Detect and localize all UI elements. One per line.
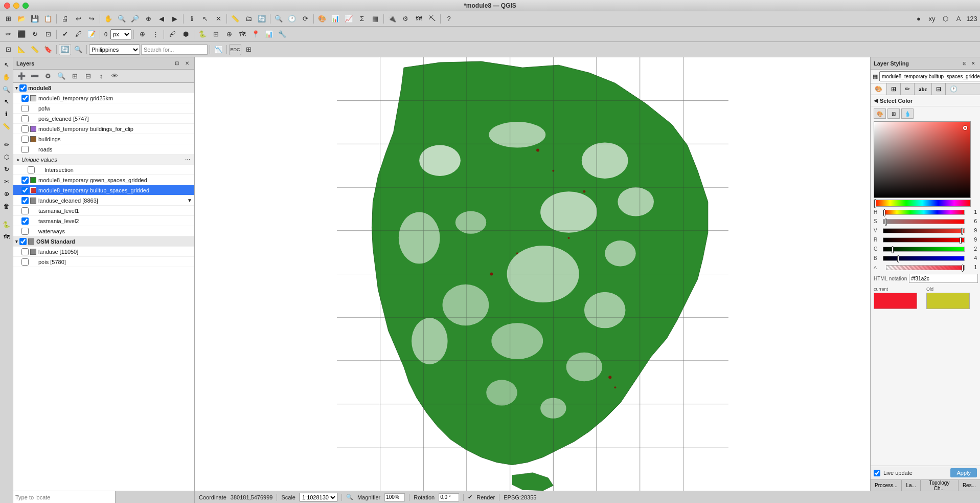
snap-btn[interactable]: ⊕ [136, 29, 148, 40]
layer-buildings[interactable]: buildings [13, 134, 194, 144]
layer-vis-toggle-btn[interactable]: 👁 [108, 71, 121, 81]
style-tab-pen-btn[interactable]: ✏ [901, 83, 915, 95]
layer-checkbox-module8[interactable] [19, 84, 27, 92]
layer-roads[interactable]: roads [13, 144, 194, 155]
snapping-btn[interactable]: ⋮ [149, 29, 162, 40]
live-update-checkbox[interactable] [874, 470, 880, 476]
close-button[interactable] [4, 3, 10, 9]
plugin7-btn[interactable]: ⊕ [223, 29, 235, 40]
open-btn[interactable]: 📂 [15, 13, 28, 25]
plugin5-btn[interactable]: 🐍 [196, 29, 209, 40]
cursor-btn[interactable]: ↖ [1, 59, 12, 71]
identify-btn[interactable]: ℹ [1, 108, 12, 120]
digitize2-btn[interactable]: 🖋 [166, 29, 178, 40]
undo-btn[interactable]: ↩ [72, 13, 84, 25]
field-calc-btn[interactable]: ▦ [369, 13, 381, 25]
measure-btn[interactable]: 📏 [229, 13, 241, 25]
plugin9-btn[interactable]: 📍 [249, 29, 262, 40]
annotate-btn[interactable]: 📝 [85, 29, 98, 40]
plugin3-btn[interactable]: 🗺 [413, 13, 425, 25]
help-btn[interactable]: ? [443, 13, 455, 25]
color-spectrum[interactable] [874, 121, 971, 198]
map-container[interactable] [195, 57, 870, 491]
layer-checkbox-buildings[interactable] [21, 136, 29, 143]
edit2-btn[interactable]: ✏ [1, 139, 12, 150]
html-notation-input[interactable] [909, 274, 978, 283]
table-btn[interactable]: 📊 [329, 13, 341, 25]
deselect-btn[interactable]: ✕ [212, 13, 224, 25]
node-btn[interactable]: ⬡ [939, 13, 951, 25]
layer-checkbox-builtup-spaces[interactable] [21, 187, 29, 194]
info-btn[interactable]: ℹ [186, 13, 198, 25]
select2-btn[interactable]: ↖ [1, 96, 12, 107]
slider-r[interactable] [883, 237, 965, 243]
layer-landuse[interactable]: landuse [11050] [13, 247, 194, 257]
scale-select[interactable]: 1:1028130 [300, 493, 337, 502]
plugin12-btn[interactable]: ⊞ [242, 44, 255, 55]
layer-checkbox-pois5780[interactable] [21, 258, 29, 266]
layer-checkbox-landuse[interactable] [21, 248, 29, 255]
vertex-btn[interactable]: ⬢ [179, 29, 192, 40]
collapse-all-btn[interactable]: ⊟ [82, 71, 94, 81]
layer-pois5780[interactable]: pois [5780] [13, 257, 194, 267]
layer-vis-btn[interactable]: 🔄 [59, 44, 71, 55]
layer-waterways[interactable]: waterways [13, 226, 194, 236]
redo-btn[interactable]: ↪ [85, 13, 98, 25]
measure3-btn[interactable]: 📏 [1, 121, 12, 132]
coord-btn[interactable]: xy [926, 13, 938, 25]
time-btn[interactable]: 🕐 [286, 13, 298, 25]
refresh-btn[interactable]: 🔄 [256, 13, 268, 25]
magnify-btn[interactable]: 🔍 [272, 13, 285, 25]
layer-checkbox-buildings-for-clip[interactable] [21, 125, 29, 133]
zoom-out-btn[interactable]: 🔎 [129, 13, 141, 25]
layer-checkbox-grid25km[interactable] [21, 95, 29, 102]
layer-checkbox-landuse-cleaned[interactable] [21, 197, 29, 204]
plugin11-btn[interactable]: 🔧 [276, 29, 288, 40]
region-select[interactable]: Philippines [89, 45, 140, 55]
style-tab-abc-btn[interactable]: abc [915, 83, 932, 95]
slider-s[interactable] [883, 219, 965, 224]
python-btn[interactable]: 🐍 [1, 219, 12, 230]
layers-close-btn[interactable]: ✕ [183, 59, 191, 68]
plugin1-btn[interactable]: 🔌 [386, 13, 398, 25]
save-btn[interactable]: 💾 [29, 13, 41, 25]
hue-bar[interactable] [874, 200, 971, 207]
scale-btn[interactable]: ⊡ [42, 29, 54, 40]
zoom-extent-btn[interactable]: ⊕ [142, 13, 154, 25]
apply-button[interactable]: Apply [950, 468, 977, 477]
layer-checkbox-osm[interactable] [19, 238, 27, 245]
zoom3-btn[interactable]: 🔍 [1, 84, 12, 95]
unique-values-options[interactable]: ⋯ [185, 157, 190, 162]
style-btn[interactable]: 🎨 [316, 13, 328, 25]
layer-buildings-for-clip[interactable]: module8_temporary buildings_for_clip [13, 124, 194, 134]
layer-intersection[interactable]: Intersection [13, 165, 194, 175]
rotate2-btn[interactable]: ↻ [1, 164, 12, 175]
merge-btn[interactable]: ⊕ [1, 188, 12, 200]
slider-v-thumb[interactable] [961, 228, 963, 235]
delete-btn[interactable]: 🗑 [1, 201, 12, 212]
validate-btn[interactable]: ✔ [59, 29, 71, 40]
remove-layer-btn[interactable]: ➖ [29, 71, 41, 81]
la-tab[interactable]: La... [902, 480, 920, 491]
layer-checkbox-pofw[interactable] [21, 105, 29, 112]
layer-checkbox-pois-cleaned[interactable] [21, 115, 29, 122]
color-wheel-icon-btn[interactable]: 🎨 [874, 108, 886, 119]
layer-checkbox-intersection[interactable] [28, 166, 35, 173]
layer-green-spaces[interactable]: module8_temporary green_spaces_gridded [13, 175, 194, 185]
layer-grid25km[interactable]: module8_temporary grid25km [13, 93, 194, 103]
chart-btn[interactable]: 📉 [212, 44, 224, 55]
layer-builtup-spaces[interactable]: module8_temporary builtup_spaces_gridded [13, 185, 194, 195]
add-layer-btn[interactable]: ➕ [15, 71, 28, 81]
pan2-btn[interactable]: ✋ [1, 72, 12, 83]
topology-tab[interactable]: Topology Ch... [921, 480, 959, 491]
layer-order-btn[interactable]: ↕ [95, 71, 107, 81]
node2-btn[interactable]: ⬡ [1, 151, 12, 163]
layer-checkbox-tasmania-level2[interactable] [21, 217, 29, 225]
pan-btn[interactable]: ✋ [102, 13, 115, 25]
layer-styling-close-btn[interactable]: ✕ [970, 60, 977, 67]
plugin8-btn[interactable]: 🗺 [236, 29, 248, 40]
slider-g-thumb[interactable] [892, 246, 894, 253]
plugin4-btn[interactable]: ⛏ [426, 13, 438, 25]
plugin10-btn[interactable]: 📊 [263, 29, 275, 40]
process-tab[interactable]: Process... [871, 480, 902, 491]
